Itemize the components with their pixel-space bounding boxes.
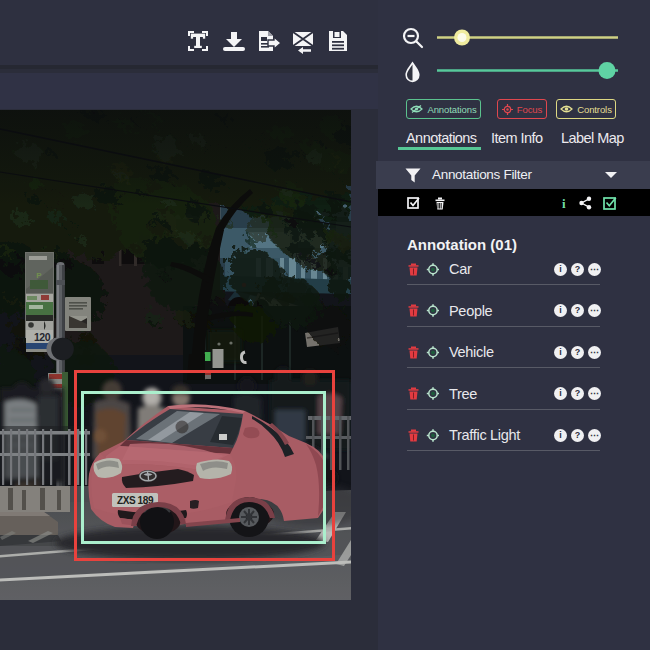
svg-text:i: i <box>562 196 566 210</box>
